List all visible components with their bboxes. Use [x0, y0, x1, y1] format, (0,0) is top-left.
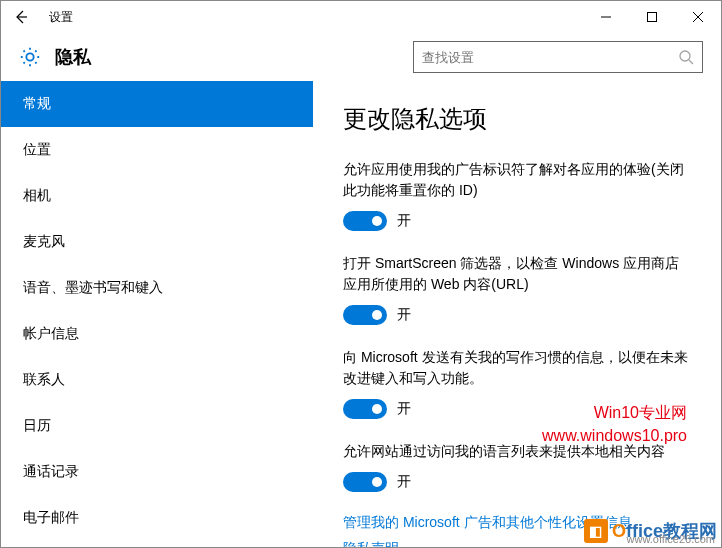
minimize-button[interactable] [583, 1, 629, 33]
sidebar-item-label: 通话记录 [23, 463, 79, 479]
svg-point-1 [680, 51, 690, 61]
setting-advertising-id: 允许应用使用我的广告标识符了解对各应用的体验(关闭此功能将重置你的 ID) 开 [343, 159, 691, 231]
watermark-url: www.office26.com [627, 534, 715, 545]
sidebar-item-call-history[interactable]: 通话记录 [1, 449, 313, 495]
watermark-line2: www.windows10.pro [542, 425, 687, 447]
office-logo-icon: ◧ [584, 519, 608, 543]
toggle-label: 开 [397, 306, 411, 324]
maximize-button[interactable] [629, 1, 675, 33]
toggle-smartscreen[interactable] [343, 305, 387, 325]
toggle-label: 开 [397, 400, 411, 418]
sidebar-item-email[interactable]: 电子邮件 [1, 495, 313, 541]
titlebar: 设置 [1, 1, 721, 33]
setting-desc: 向 Microsoft 发送有关我的写作习惯的信息，以便在未来改进键入和写入功能… [343, 347, 691, 389]
back-arrow-icon [13, 9, 29, 25]
watermark-o: O [612, 521, 626, 541]
watermark-office26: ◧ Office教程网 www.office26.com [584, 519, 717, 543]
svg-rect-0 [648, 13, 657, 22]
sidebar-item-general[interactable]: 常规 [1, 81, 313, 127]
sidebar-item-camera[interactable]: 相机 [1, 173, 313, 219]
sidebar-item-label: 麦克风 [23, 233, 65, 249]
sidebar-item-label: 日历 [23, 417, 51, 433]
sidebar-item-label: 相机 [23, 187, 51, 203]
sidebar-item-label: 位置 [23, 141, 51, 157]
setting-desc: 打开 SmartScreen 筛选器，以检查 Windows 应用商店应用所使用… [343, 253, 691, 295]
toggle-advertising-id[interactable] [343, 211, 387, 231]
minimize-icon [601, 12, 611, 22]
setting-language-list: 允许网站通过访问我的语言列表来提供本地相关内容 开 [343, 441, 691, 492]
sidebar-item-label: 常规 [23, 95, 51, 111]
watermark-win10pro: Win10专业网 www.windows10.pro [542, 402, 687, 447]
sidebar-item-location[interactable]: 位置 [1, 127, 313, 173]
toggle-typing-info[interactable] [343, 399, 387, 419]
maximize-icon [647, 12, 657, 22]
sidebar-item-label: 语音、墨迹书写和键入 [23, 279, 163, 295]
sidebar-item-account[interactable]: 帐户信息 [1, 311, 313, 357]
window-title: 设置 [49, 9, 73, 26]
sidebar-item-contacts[interactable]: 联系人 [1, 357, 313, 403]
sidebar-item-label: 帐户信息 [23, 325, 79, 341]
search-icon [678, 49, 694, 65]
watermark-line1: Win10专业网 [542, 402, 687, 424]
gear-icon [19, 46, 41, 68]
header: 隐私 [1, 33, 721, 81]
toggle-label: 开 [397, 212, 411, 230]
sidebar-item-speech-inking[interactable]: 语音、墨迹书写和键入 [1, 265, 313, 311]
main-heading: 更改隐私选项 [343, 103, 691, 135]
close-button[interactable] [675, 1, 721, 33]
sidebar-item-label: 联系人 [23, 371, 65, 387]
search-box[interactable] [413, 41, 703, 73]
setting-smartscreen: 打开 SmartScreen 筛选器，以检查 Windows 应用商店应用所使用… [343, 253, 691, 325]
search-input[interactable] [422, 50, 678, 65]
content-area: 常规 位置 相机 麦克风 语音、墨迹书写和键入 帐户信息 联系人 日历 通话记录… [1, 81, 721, 547]
toggle-language-list[interactable] [343, 472, 387, 492]
main-panel: 更改隐私选项 允许应用使用我的广告标识符了解对各应用的体验(关闭此功能将重置你的… [313, 81, 721, 547]
sidebar-item-calendar[interactable]: 日历 [1, 403, 313, 449]
page-title: 隐私 [55, 45, 91, 69]
sidebar-item-label: 电子邮件 [23, 509, 79, 525]
toggle-label: 开 [397, 473, 411, 491]
sidebar: 常规 位置 相机 麦克风 语音、墨迹书写和键入 帐户信息 联系人 日历 通话记录… [1, 81, 313, 547]
setting-desc: 允许应用使用我的广告标识符了解对各应用的体验(关闭此功能将重置你的 ID) [343, 159, 691, 201]
close-icon [693, 12, 703, 22]
sidebar-item-microphone[interactable]: 麦克风 [1, 219, 313, 265]
back-button[interactable] [1, 1, 41, 33]
